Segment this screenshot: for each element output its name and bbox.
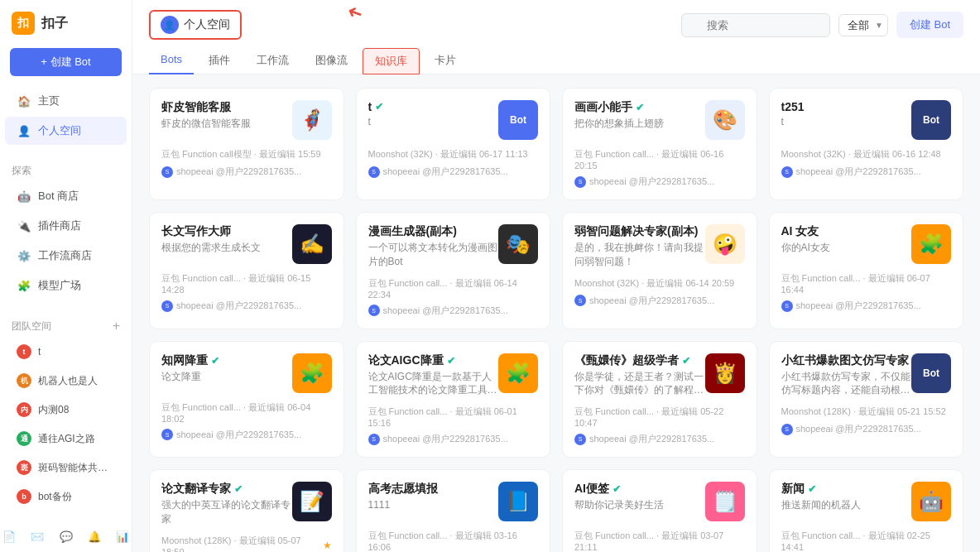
sidebar-item-model-plaza[interactable]: 🧩 模型广场 (5, 271, 127, 300)
bot-meta: Moonshot (128K) · 最近编辑 05-21 15:52 (781, 406, 946, 418)
filter-select[interactable]: 全部 (838, 14, 888, 36)
add-team-button[interactable]: + (113, 319, 120, 334)
bot-meta: 豆包 Function call... · 最近编辑 06-01 15:16 (368, 406, 539, 428)
bot-avatar: 📝 (292, 482, 332, 521)
bot-card[interactable]: 长文写作大师 根据您的需求生成长文 ✍️ 豆包 Function call...… (149, 212, 344, 329)
sidebar-item-t[interactable]: tt (5, 338, 127, 366)
tab-workflows[interactable]: 工作流 (245, 48, 300, 74)
bot-card[interactable]: 弱智问题解决专家(副本) 是的，我在挑衅你！请向我提问弱智问题！ 🤪 Moons… (562, 212, 757, 329)
bot-user-label: shopeeai @用户2292817635... (589, 433, 714, 445)
bot-card[interactable]: 新闻✔ 推送新闻的机器人 🤖 豆包 Function call... · 最近编… (769, 469, 964, 552)
content-area[interactable]: 虾皮智能客服 虾皮的微信智能客服 🦸 豆包 Function call模型 · … (132, 74, 980, 552)
sidebar-item-robot[interactable]: 机机器人也是人 (5, 367, 127, 395)
tab-cards[interactable]: 卡片 (423, 48, 468, 74)
bot-card[interactable]: 《甄嬛传》超级学者✔ 你是学徒，还是王者？测试一下你对《甄嬛传》的了解程度吧！ … (562, 341, 757, 458)
bot-avatar: 🎭 (498, 224, 538, 264)
bot-card[interactable]: t251 t Bot Moonshot (32K) · 最近编辑 06-16 1… (769, 88, 964, 200)
bot-footer: 豆包 Function call... · 最近编辑 02-25 14:41 (781, 530, 952, 552)
sidebar-item-bot-backup[interactable]: bbot备份 (5, 482, 127, 511)
sidebar-item-personal[interactable]: 👤 个人空间 (5, 117, 127, 145)
filter-wrapper: 全部 ▼ (838, 14, 888, 36)
email-icon[interactable]: ✉️ (28, 526, 46, 546)
bot-meta: 豆包 Function call... · 最近编辑 06-16 20:15 (574, 148, 745, 170)
sidebar-item-label: 工作流商店 (38, 248, 92, 263)
sidebar-item-internal08[interactable]: 内内测08 (5, 396, 127, 424)
bot-meta: Moonshot (32K) · 最近编辑 06-16 12:48 (781, 148, 941, 161)
bot-avatar: 🧩 (292, 353, 332, 393)
document-icon[interactable]: 📄 (0, 526, 18, 546)
bot-card[interactable]: 小红书爆款图文仿写专家 小红书爆款仿写专家，不仅能仿写标题内容，还能自动根据内容… (769, 341, 964, 458)
bot-footer: Moonshot (32K) · 最近编辑 06-17 11:13 (368, 148, 539, 161)
bot-name: 弱智问题解决专家(副本) (574, 224, 705, 239)
chart-icon[interactable]: 📊 (113, 526, 132, 546)
chat-icon[interactable]: 💬 (56, 526, 74, 546)
star-icon: ★ (323, 540, 332, 551)
bot-user: S shopeeai @用户2292817635... (368, 166, 539, 178)
bot-info: 小红书爆款图文仿写专家 小红书爆款仿写专家，不仅能仿写标题内容，还能自动根据内容… (781, 353, 912, 398)
bot-card[interactable]: AI 女友 你的AI女友 🧩 豆包 Function call... · 最近编… (769, 212, 964, 329)
create-bot-sidebar-button[interactable]: + 创建 Bot (10, 48, 122, 76)
bot-desc: 一个可以将文本转化为漫画图片的Bot (368, 241, 499, 269)
bot-card[interactable]: AI便签✔ 帮助你记录美好生活 🗒️ 豆包 Function call... ·… (562, 469, 757, 552)
bot-user-label: shopeeai @用户2292817635... (796, 300, 921, 312)
bot-card-top: AI 女友 你的AI女友 🧩 (781, 224, 952, 264)
user-mini-avatar: S (574, 295, 586, 306)
sidebar: 扣 扣子 + 创建 Bot 🏠 主页 👤 个人空间 探索 🤖 Bot 商店 🔌 … (0, 0, 132, 552)
team-item-label: 斑码智能体共创空间 (38, 461, 115, 475)
tab-image-flow[interactable]: 图像流 (304, 48, 359, 74)
app-name: 扣子 (41, 15, 68, 32)
sidebar-item-coding-space[interactable]: 斑斑码智能体共创空间 (5, 454, 127, 482)
tab-bots[interactable]: Bots (149, 48, 194, 74)
tab-knowledge[interactable]: 知识库 (363, 48, 420, 74)
team-avatar: 斑 (17, 460, 31, 475)
team-section-title: 团队空间 + (0, 310, 132, 337)
bot-meta: 豆包 Function call... · 最近编辑 05-22 10:47 (574, 406, 745, 428)
sidebar-item-plugin-shop[interactable]: 🔌 插件商店 (5, 212, 127, 240)
bot-user: S shopeeai @用户2292817635... (781, 300, 952, 312)
bot-user: S shopeeai @用户2292817635... (574, 175, 745, 188)
bot-card[interactable]: 虾皮智能客服 虾皮的微信智能客服 🦸 豆包 Function call模型 · … (149, 88, 344, 200)
bot-card[interactable]: 高考志愿填报 1111 📘 豆包 Function call... · 最近编辑… (356, 469, 551, 552)
bot-footer: 豆包 Function call... · 最近编辑 06-16 20:15 (574, 148, 745, 170)
tabs: Bots插件工作流图像流知识库卡片 (149, 48, 963, 74)
sidebar-item-home[interactable]: 🏠 主页 (5, 87, 127, 115)
bot-card[interactable]: t✔ t Bot Moonshot (32K) · 最近编辑 06-17 11:… (356, 88, 551, 200)
bot-card[interactable]: 画画小能手✔ 把你的想象插上翅膀 🎨 豆包 Function call... ·… (562, 88, 757, 200)
app-logo: 扣 扣子 (0, 0, 132, 43)
bot-card[interactable]: 知网降重✔ 论文降重 🧩 豆包 Function call... · 最近编辑 … (149, 341, 344, 458)
bot-card[interactable]: 论文AIGC降重✔ 论文AIGC降重是一款基于人工智能技术的论文降重工具，可自动… (356, 341, 551, 458)
model-icon: 🧩 (17, 278, 31, 293)
user-mini-avatar: S (161, 429, 173, 440)
verified-badge: ✔ (612, 483, 621, 495)
bot-card[interactable]: 论文翻译专家✔ 强大的中英互译的论文翻译专家 📝 Moonshot (128K)… (149, 469, 344, 552)
bot-desc: 帮助你记录美好生活 (574, 498, 705, 512)
logo-icon: 扣 (12, 12, 35, 35)
bot-avatar: Bot (911, 100, 951, 140)
search-input[interactable] (681, 13, 830, 37)
team-item-label: bot备份 (38, 490, 72, 504)
bot-user: S shopeeai @用户2292817635... (574, 433, 745, 445)
home-icon: 🏠 (17, 94, 31, 108)
sidebar-item-agi-road[interactable]: 通通往AGI之路 (5, 425, 127, 453)
tab-plugins[interactable]: 插件 (197, 48, 242, 74)
bot-info: 画画小能手✔ 把你的想象插上翅膀 (574, 100, 705, 131)
bot-footer: Moonshot (32K) · 最近编辑 06-16 12:48 (781, 148, 952, 161)
bot-card-top: t251 t Bot (781, 100, 952, 140)
bot-icon: 🤖 (17, 189, 31, 204)
user-mini-avatar: S (781, 300, 793, 312)
sidebar-item-bot-shop[interactable]: 🤖 Bot 商店 (5, 182, 127, 210)
bell-icon[interactable]: 🔔 (85, 526, 103, 546)
create-bot-header-button[interactable]: 创建 Bot (896, 12, 963, 38)
search-wrapper: 🔍 (681, 13, 830, 37)
bot-card[interactable]: 漫画生成器(副本) 一个可以将文本转化为漫画图片的Bot 🎭 豆包 Functi… (356, 212, 551, 329)
bot-card-top: 长文写作大师 根据您的需求生成长文 ✍️ (161, 224, 332, 264)
team-avatar: b (17, 489, 31, 504)
bot-desc: 推送新闻的机器人 (781, 498, 912, 512)
bot-avatar: 🗒️ (705, 482, 745, 521)
bot-card-top: 画画小能手✔ 把你的想象插上翅膀 🎨 (574, 100, 745, 140)
bot-name: AI便签✔ (574, 482, 705, 497)
sidebar-item-workflow-shop[interactable]: ⚙️ 工作流商店 (5, 242, 127, 270)
bot-user-label: shopeeai @用户2292817635... (796, 166, 921, 178)
bot-grid: 虾皮智能客服 虾皮的微信智能客服 🦸 豆包 Function call模型 · … (149, 88, 963, 552)
personal-space-button[interactable]: 👤 个人空间 (149, 10, 242, 40)
